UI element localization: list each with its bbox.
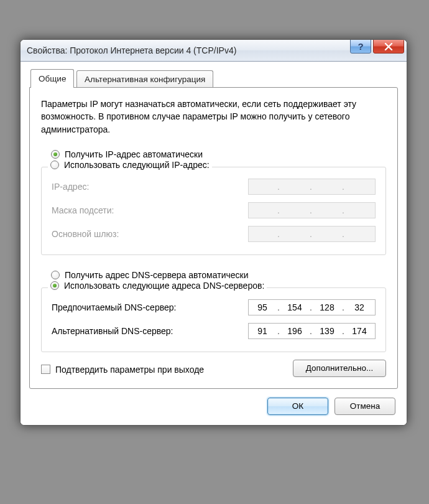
default-gateway-input: ... xyxy=(248,226,376,242)
preferred-dns-label: Предпочитаемый DNS-сервер: xyxy=(52,302,176,312)
advanced-button[interactable]: Дополнительно... xyxy=(293,360,386,377)
radio-icon xyxy=(50,281,59,290)
dns-octet[interactable]: 154 xyxy=(281,302,308,312)
description-text: Параметры IP могут назначаться автоматич… xyxy=(41,98,386,136)
radio-ip-manual[interactable]: Использовать следующий IP-адрес: xyxy=(48,160,212,170)
dns-octet[interactable]: 139 xyxy=(313,326,341,336)
radio-ip-auto-label: Получить IP-адрес автоматически xyxy=(65,149,203,159)
field-preferred-dns: Предпочитаемый DNS-сервер: 95. 154. 128.… xyxy=(52,296,376,319)
ip-address-label: IP-адрес: xyxy=(52,182,89,192)
close-button[interactable] xyxy=(373,39,404,54)
validate-on-exit-label: Подтвердить параметры при выходе xyxy=(55,365,204,375)
dns-octet[interactable]: 32 xyxy=(346,302,373,312)
cancel-button-label: Отмена xyxy=(350,401,380,411)
radio-dns-manual-label: Использовать следующие адреса DNS-сервер… xyxy=(64,281,264,291)
radio-ip-manual-label: Использовать следующий IP-адрес: xyxy=(64,160,210,170)
dialog-window: Свойства: Протокол Интернета версии 4 (T… xyxy=(20,39,407,426)
radio-dns-manual[interactable]: Использовать следующие адреса DNS-сервер… xyxy=(48,281,267,291)
group-dns-manual: Использовать следующие адреса DNS-сервер… xyxy=(41,287,386,352)
ok-button[interactable]: ОК xyxy=(267,398,328,415)
subnet-mask-input: ... xyxy=(248,202,376,218)
radio-icon xyxy=(51,150,60,159)
radio-icon xyxy=(50,161,59,169)
preferred-dns-input[interactable]: 95. 154. 128. 32 xyxy=(248,299,376,315)
dns-octet[interactable]: 196 xyxy=(281,326,308,336)
dns-octet[interactable]: 174 xyxy=(346,326,373,336)
dialog-footer: ОК Отмена xyxy=(29,389,398,416)
tab-alternate[interactable]: Альтернативная конфигурация xyxy=(76,70,213,87)
tab-alternate-label: Альтернативная конфигурация xyxy=(85,75,205,84)
tab-strip: Общие Альтернативная конфигурация xyxy=(29,69,398,88)
radio-icon xyxy=(51,271,60,279)
group-ip-manual: Использовать следующий IP-адрес: IP-адре… xyxy=(41,167,386,255)
ok-button-label: ОК xyxy=(292,401,303,411)
alternate-dns-label: Альтернативный DNS-сервер: xyxy=(52,326,173,336)
tab-panel-general: Параметры IP могут назначаться автоматич… xyxy=(29,87,398,389)
close-icon xyxy=(384,43,393,50)
checkbox-icon xyxy=(41,365,50,374)
titlebar-buttons: ? xyxy=(350,39,404,54)
tab-general-label: Общие xyxy=(39,74,66,83)
advanced-button-label: Дополнительно... xyxy=(306,363,373,373)
dns-octet[interactable]: 128 xyxy=(313,302,341,312)
field-default-gateway: Основной шлюз: ... xyxy=(52,222,376,246)
dns-octet[interactable]: 91 xyxy=(249,326,276,336)
dns-octet[interactable]: 95 xyxy=(249,302,276,312)
radio-dns-auto-label: Получить адрес DNS-сервера автоматически xyxy=(65,270,248,280)
tab-general[interactable]: Общие xyxy=(30,69,74,88)
client-area: Общие Альтернативная конфигурация Параме… xyxy=(21,62,407,425)
default-gateway-label: Основной шлюз: xyxy=(52,229,119,239)
ip-address-input: ... xyxy=(248,179,376,195)
field-subnet-mask: Маска подсети: ... xyxy=(52,198,376,222)
cancel-button[interactable]: Отмена xyxy=(334,398,395,415)
field-ip-address: IP-адрес: ... xyxy=(52,175,376,198)
titlebar[interactable]: Свойства: Протокол Интернета версии 4 (T… xyxy=(21,40,407,62)
alternate-dns-input[interactable]: 91. 196. 139. 174 xyxy=(248,323,376,339)
subnet-mask-label: Маска подсети: xyxy=(52,205,114,215)
help-button[interactable]: ? xyxy=(350,39,371,54)
field-alternate-dns: Альтернативный DNS-сервер: 91. 196. 139.… xyxy=(52,319,376,343)
window-title: Свойства: Протокол Интернета версии 4 (T… xyxy=(27,45,236,55)
